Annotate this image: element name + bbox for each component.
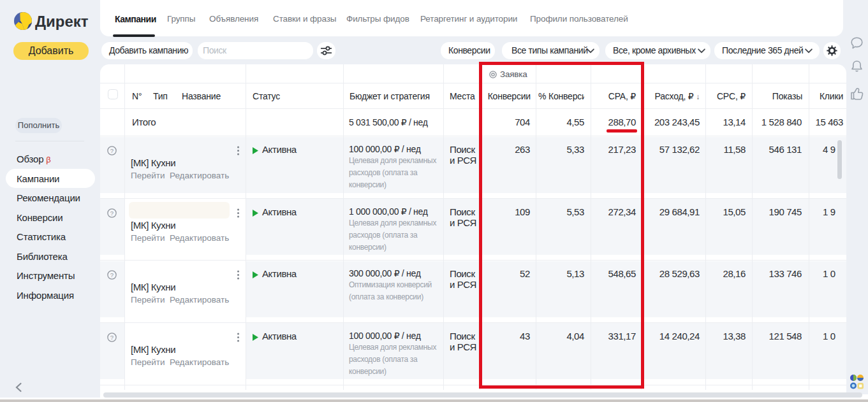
svg-text:?: ? xyxy=(110,271,114,278)
svg-text:?: ? xyxy=(110,210,114,217)
svg-text:?: ? xyxy=(110,334,114,341)
svg-text:?: ? xyxy=(110,147,114,154)
